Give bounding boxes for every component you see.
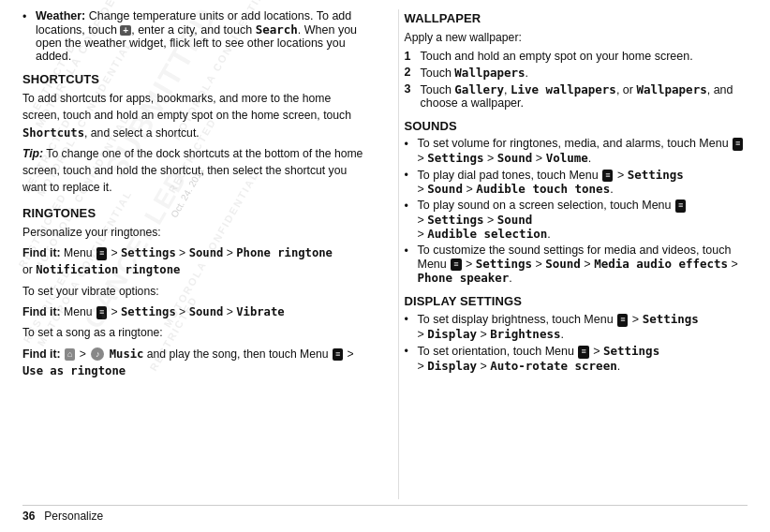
left-column: • Weather: Change temperature units or a… (22, 9, 376, 499)
phone-ringtone-code: Phone ringtone (236, 246, 333, 259)
sounds-bullet-2: • To play dial pad tones, touch Menu ≡ >… (405, 168, 748, 197)
sound-s1: Sound (497, 151, 533, 165)
display-bullet-1: • To set display brightness, touch Menu … (405, 312, 748, 341)
right-column: WALLPAPER Apply a new wallpaper: 1 Touch… (398, 9, 748, 499)
shortcuts-title: SHORTCUTS (22, 72, 366, 86)
step-num-3: 3 (405, 82, 418, 96)
sound-s4: Sound (545, 257, 581, 271)
gallery-code: Gallery (454, 82, 504, 96)
plus-button-icon: + (120, 25, 131, 36)
sounds-text-4: To customize the sound settings for medi… (418, 244, 748, 286)
display-bullet-2: • To set orientation, touch Menu ≡ > Set… (405, 344, 748, 373)
sounds-title: SOUNDS (405, 119, 748, 133)
sounds-bullet-4: • To customize the sound settings for me… (405, 244, 748, 286)
wallpaper-step-2: 2 Touch Wallpapers. (405, 66, 748, 80)
bullet-dot-s1: • (405, 138, 414, 151)
step-num-1: 1 (405, 50, 418, 63)
settings-d1: Settings (643, 312, 699, 326)
find-it-3-intro: To set a song as a ringtone: (22, 324, 366, 341)
vibrate-code: Vibrate (236, 305, 284, 318)
tip-label: Tip: (22, 147, 43, 160)
bullet-dot-s3: • (405, 200, 414, 213)
weather-label: Weather: (36, 9, 85, 22)
settings-d2: Settings (603, 344, 659, 358)
settings-s1: Settings (427, 151, 483, 165)
menu-icon-1: ≡ (96, 247, 107, 260)
page-number: 36 (22, 510, 35, 523)
menu-icon-d1: ≡ (617, 314, 628, 327)
sound-s3: Sound (497, 213, 533, 227)
sounds-text-1: To set volume for ringtones, media, and … (418, 137, 748, 165)
page-footer: 36 Personalize (22, 505, 748, 523)
sounds-bullet-1: • To set volume for ringtones, media, an… (405, 137, 748, 165)
settings-code-1: Settings (121, 246, 176, 259)
wallpaper-step-1: 1 Touch and hold an empty spot on your h… (405, 50, 748, 63)
settings-s2: Settings (628, 168, 684, 182)
find-it-label-3: Find it: (22, 347, 61, 361)
wallpapers-code: Wallpapers (454, 66, 525, 80)
sounds-text-2: To play dial pad tones, touch Menu ≡ > S… (418, 168, 684, 197)
settings-code-2: Settings (121, 305, 176, 318)
display-text-1: To set display brightness, touch Menu ≡ … (418, 312, 699, 341)
display-title: DISPLAY SETTINGS (405, 294, 748, 308)
home-icon: ⌂ (65, 348, 75, 362)
step-text-1: Touch and hold an empty spot on your hom… (421, 50, 693, 63)
ringtones-title: RINGTONES (22, 206, 366, 220)
page: MOTOROLA CONFIDENTIAL RESTRICTED MOTOROL… (0, 0, 770, 532)
find-it-label-2: Find it: (22, 305, 61, 318)
bullet-dot: • (22, 10, 32, 23)
search-bold: Search (256, 22, 298, 37)
display-d1: Display (427, 327, 477, 341)
media-audio-code: Media audio effects (594, 257, 728, 271)
music-icon: ♪ (91, 347, 104, 361)
sound-code-2: Sound (189, 305, 224, 318)
menu-icon-2: ≡ (96, 306, 107, 319)
notif-ringtone-code: Notification ringtone (36, 263, 180, 276)
shortcuts-body: To add shortcuts for apps, bookmarks, an… (22, 90, 366, 141)
step-text-3: Touch Gallery, Live wallpapers, or Wallp… (421, 82, 748, 110)
weather-text: Weather: Change temperature units or add… (36, 9, 366, 63)
display-text-2: To set orientation, touch Menu ≡ > Setti… (418, 344, 660, 373)
weather-bullet: • Weather: Change temperature units or a… (22, 9, 366, 63)
bullet-dot-s2: • (405, 169, 414, 182)
music-code: Music (110, 347, 144, 361)
menu-icon-3: ≡ (333, 348, 343, 362)
wallpaper-title: WALLPAPER (405, 11, 748, 25)
two-col-layout: • Weather: Change temperature units or a… (22, 9, 748, 499)
wallpaper-step-3: 3 Touch Gallery, Live wallpapers, or Wal… (405, 82, 748, 110)
find-it-2: Find it: Menu ≡ > Settings > Sound > Vib… (22, 303, 366, 320)
sounds-text-3: To play sound on a screen selection, tou… (418, 199, 688, 241)
sound-code-1: Sound (189, 246, 224, 259)
menu-icon-s4: ≡ (451, 259, 461, 272)
live-wallpapers-code: Live wallpapers (511, 82, 616, 96)
menu-icon-s3: ≡ (675, 200, 686, 213)
find-it-3: Find it: ⌂ > ♪ Music and play the song, … (22, 346, 366, 380)
step-num-2: 2 (405, 66, 418, 79)
audible-selection-code: Audible selection (427, 227, 547, 241)
brightness-code: Brightness (490, 327, 560, 341)
wallpapers-code-2: Wallpapers (636, 82, 706, 96)
menu-icon-s2: ≡ (602, 170, 613, 183)
display-d2: Display (427, 359, 477, 373)
settings-s3: Settings (427, 213, 483, 227)
shortcuts-code: Shortcuts (22, 126, 84, 140)
footer-label: Personalize (44, 510, 103, 523)
bullet-dot-d2: • (405, 345, 414, 358)
step-text-2: Touch Wallpapers. (421, 66, 529, 80)
bullet-dot-d1: • (405, 313, 414, 326)
audible-tones-code: Audible touch tones (476, 182, 610, 196)
wallpaper-intro: Apply a new wallpaper: (405, 29, 748, 46)
menu-icon-d2: ≡ (578, 346, 588, 359)
sounds-bullet-3: • To play sound on a screen selection, t… (405, 199, 748, 241)
volume-s1: Volume (546, 151, 588, 165)
phone-speaker-code: Phone speaker (418, 271, 510, 285)
shortcuts-tip: Tip: To change one of the dock shortcuts… (22, 145, 366, 197)
ringtones-intro: Personalize your ringtones: (22, 224, 366, 241)
use-as-ringtone-code: Use as ringtone (22, 364, 126, 377)
find-it-1: Find it: Menu ≡ > Settings > Sound > Pho… (22, 244, 366, 279)
sound-s2: Sound (427, 182, 463, 196)
auto-rotate-code: Auto-rotate screen (490, 359, 616, 373)
find-it-2-intro: To set your vibrate options: (22, 283, 366, 300)
settings-s4: Settings (476, 257, 532, 271)
find-it-label-1: Find it: (22, 246, 61, 259)
